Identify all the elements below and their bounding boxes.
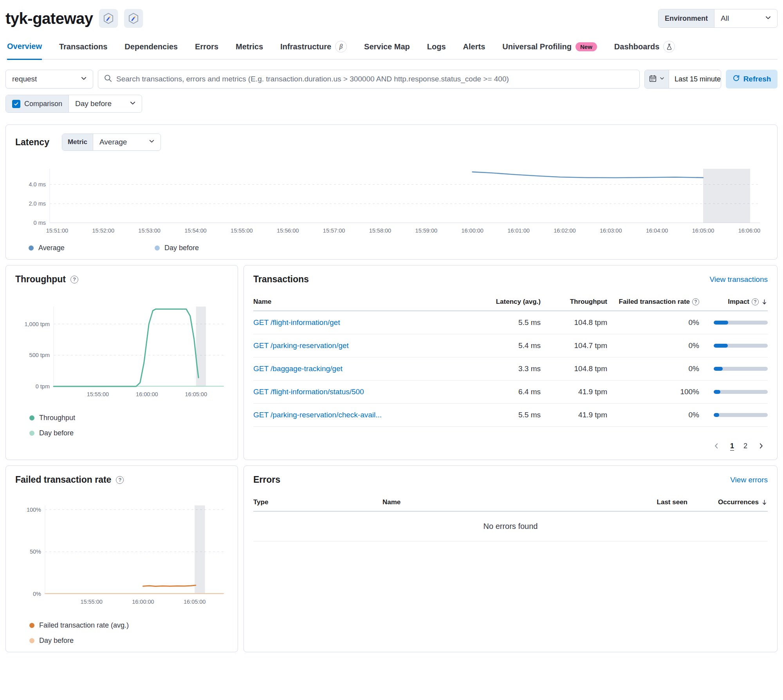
legend-label: Failed transaction rate (avg.): [39, 621, 129, 630]
legend-item[interactable]: Day before: [155, 244, 281, 252]
view-transactions-link[interactable]: View transactions: [709, 275, 768, 284]
tab-infrastructure[interactable]: Infrastructureβ: [280, 41, 347, 59]
refresh-label: Refresh: [743, 75, 771, 83]
environment-selector[interactable]: Environment All: [658, 9, 778, 28]
transaction-type-select[interactable]: request: [5, 70, 93, 88]
tab-dependencies[interactable]: Dependencies: [124, 41, 178, 59]
legend-item[interactable]: Day before: [29, 637, 228, 645]
svg-text:16:05:00: 16:05:00: [185, 391, 207, 397]
table-row: GET /parking-reservation/check-avail...5…: [253, 404, 768, 427]
prev-page-button[interactable]: [710, 439, 723, 453]
svg-text:16:00:00: 16:00:00: [136, 391, 158, 397]
tab-transactions[interactable]: Transactions: [59, 41, 107, 59]
svg-text:50%: 50%: [30, 548, 41, 555]
time-range-value[interactable]: Last 15 minutes: [669, 75, 721, 83]
metric-value: Average: [99, 138, 127, 146]
transaction-link[interactable]: GET /flight-information/get: [253, 318, 482, 327]
chevron-down-icon: [765, 14, 772, 23]
transaction-link[interactable]: GET /parking-reservation/check-avail...: [253, 411, 482, 419]
errors-panel: Errors View errors Type Name Last seen O…: [244, 465, 778, 652]
page-title: tyk-gateway: [5, 10, 93, 27]
svg-text:15:55:00: 15:55:00: [231, 227, 253, 234]
tab-label: Dashboards: [614, 42, 660, 51]
legend-label: Day before: [164, 244, 199, 252]
column-last-seen[interactable]: Last seen: [590, 494, 687, 511]
transaction-link[interactable]: GET /flight-information/status/500: [253, 388, 482, 396]
legend-label: Day before: [39, 637, 74, 645]
tab-logs[interactable]: Logs: [427, 41, 446, 59]
view-errors-link[interactable]: View errors: [730, 476, 768, 484]
time-range-picker: Last 15 minutes: [644, 70, 721, 88]
tab-alerts[interactable]: Alerts: [463, 41, 485, 59]
next-page-button[interactable]: [754, 439, 768, 453]
column-latency[interactable]: Latency (avg.): [482, 294, 541, 310]
chevron-down-icon: [148, 138, 155, 146]
tab-label: Transactions: [59, 42, 107, 51]
help-icon[interactable]: ?: [116, 476, 124, 484]
refresh-button[interactable]: Refresh: [726, 70, 778, 88]
tab-dashboards[interactable]: Dashboards: [614, 41, 675, 59]
search-input[interactable]: [116, 75, 634, 83]
latency-legend: AverageDay before: [15, 244, 768, 252]
tab-service-map[interactable]: Service Map: [364, 41, 410, 59]
svg-text:16:01:00: 16:01:00: [507, 227, 529, 234]
latency-value: 3.3 ms: [482, 364, 541, 373]
tab-label: Logs: [427, 42, 446, 51]
legend-dot-icon: [29, 431, 34, 436]
column-name[interactable]: Name: [253, 294, 482, 310]
throughput-chart: 0 tpm500 tpm1,000 tpm15:55:0016:00:0016:…: [15, 302, 228, 404]
new-badge: New: [576, 42, 597, 51]
svg-text:500 tpm: 500 tpm: [29, 352, 50, 358]
transactions-pagination: 12: [253, 439, 768, 453]
svg-text:0 ms: 0 ms: [34, 220, 46, 226]
legend-item[interactable]: Failed transaction rate (avg.): [29, 621, 228, 630]
legend-label: Average: [38, 244, 65, 252]
sort-desc-icon: [761, 299, 768, 305]
svg-text:16:05:00: 16:05:00: [184, 599, 206, 605]
impact-bar: [699, 344, 768, 348]
column-occurrences[interactable]: Occurrences: [687, 494, 768, 511]
tab-metrics[interactable]: Metrics: [236, 41, 263, 59]
transaction-link[interactable]: GET /parking-reservation/get: [253, 341, 482, 350]
failed-rate-chart: 0%50%100%15:55:0016:00:0016:05:00: [15, 501, 228, 611]
column-error-name[interactable]: Name: [382, 494, 590, 511]
legend-item[interactable]: Day before: [29, 429, 228, 437]
tab-errors[interactable]: Errors: [195, 41, 218, 59]
column-failed-rate[interactable]: Failed transaction rate ?: [607, 294, 699, 310]
column-impact[interactable]: Impact ?: [699, 294, 768, 310]
throughput-value: 104.7 tpm: [541, 341, 607, 350]
latency-value: 5.4 ms: [482, 341, 541, 350]
metric-select[interactable]: Average: [93, 134, 161, 150]
impact-bar: [699, 321, 768, 325]
page-1-button[interactable]: 1: [727, 440, 737, 452]
comparison-select[interactable]: Day before: [69, 95, 142, 112]
svg-text:15:55:00: 15:55:00: [87, 391, 109, 397]
legend-item[interactable]: Throughput: [29, 414, 228, 422]
page-2-button[interactable]: 2: [740, 440, 751, 452]
transactions-panel: Transactions View transactions Name Late…: [244, 265, 778, 460]
throughput-value: 41.9 tpm: [541, 411, 607, 419]
svg-text:2.0 ms: 2.0 ms: [29, 200, 46, 207]
tab-overview[interactable]: Overview: [7, 41, 42, 60]
calendar-dropdown-button[interactable]: [645, 70, 669, 88]
column-throughput[interactable]: Throughput: [541, 294, 607, 310]
help-icon[interactable]: ?: [70, 276, 78, 283]
help-icon: ?: [692, 298, 699, 305]
tab-label: Metrics: [236, 42, 263, 51]
comparison-checkbox[interactable]: [12, 100, 20, 108]
latency-value: 6.4 ms: [482, 388, 541, 396]
svg-text:1,000 tpm: 1,000 tpm: [25, 321, 50, 327]
legend-item[interactable]: Average: [29, 244, 155, 252]
svg-text:16:04:00: 16:04:00: [646, 227, 668, 234]
legend-dot-icon: [29, 623, 34, 628]
chevron-down-icon: [129, 99, 136, 108]
svg-text:16:00:00: 16:00:00: [461, 227, 483, 234]
transactions-title: Transactions: [253, 274, 309, 285]
column-type[interactable]: Type: [253, 494, 382, 511]
svg-text:15:56:00: 15:56:00: [277, 227, 299, 234]
agent-badge-icon: [99, 9, 118, 28]
tab-universal-profiling[interactable]: Universal ProfilingNew: [502, 41, 597, 59]
svg-text:15:53:00: 15:53:00: [138, 227, 160, 234]
throughput-title: Throughput: [15, 274, 66, 285]
transaction-link[interactable]: GET /baggage-tracking/get: [253, 364, 482, 373]
